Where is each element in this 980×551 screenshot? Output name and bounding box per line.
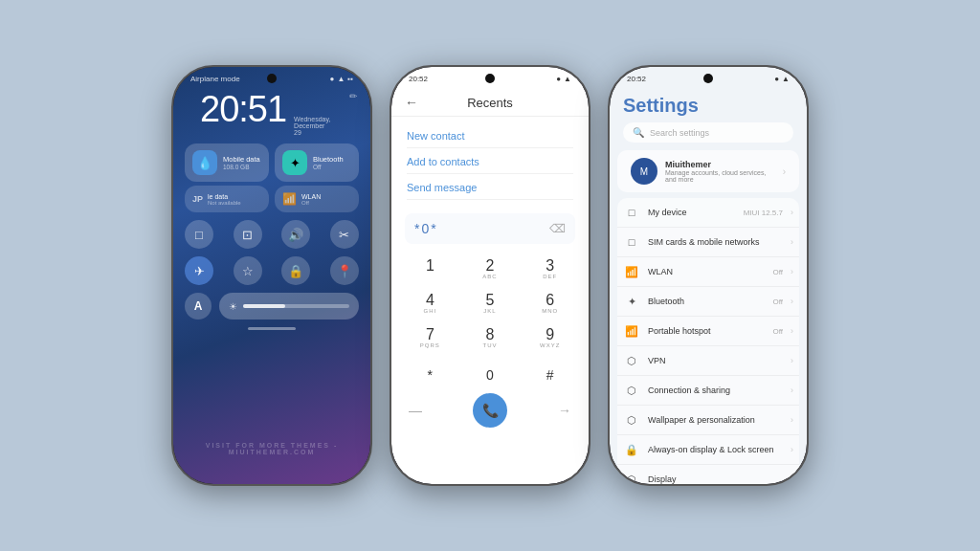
- dial-key-2[interactable]: 2 ABC: [461, 253, 520, 286]
- settings-item-wlan[interactable]: 📶 WLAN Off ›: [617, 257, 799, 287]
- dial-key-1[interactable]: 1: [401, 253, 459, 286]
- bluetooth-settings-icon: ✦: [623, 293, 640, 310]
- cc-btn-sound[interactable]: 🔊: [281, 220, 310, 249]
- settings-title: Settings: [623, 95, 793, 117]
- new-contact-action[interactable]: New contact: [407, 124, 573, 148]
- item-arrow: ›: [791, 415, 793, 425]
- item-arrow: ›: [791, 237, 793, 247]
- settings-item-sim[interactable]: □ SIM cards & mobile networks ›: [617, 228, 799, 257]
- dial-key-star[interactable]: *: [401, 363, 459, 387]
- cc-tile-wlan[interactable]: 📶 WLAN Off: [275, 186, 359, 212]
- recents-header: ← Recents: [391, 85, 589, 117]
- punch-hole-3: [703, 74, 713, 83]
- cc-btn-vibrate[interactable]: □: [185, 220, 213, 249]
- settings-item-display[interactable]: ⬡ Display ›: [617, 465, 799, 484]
- item-arrow: ›: [791, 445, 793, 454]
- dial-key-7[interactable]: 7 PQRS: [401, 322, 459, 355]
- wallpaper-icon: ⬡: [623, 411, 640, 429]
- dial-key-9[interactable]: 9 WXYZ: [521, 322, 579, 355]
- recents-title: Recents: [426, 96, 554, 110]
- brightness-bar: [243, 304, 349, 308]
- call-minus-btn[interactable]: —: [401, 396, 430, 425]
- back-button[interactable]: ←: [405, 95, 418, 110]
- settings-account-item[interactable]: M Miuithemer Manage accounts, cloud serv…: [617, 150, 799, 192]
- cc-quick-buttons-row1: □ ⊡ 🔊 ✂: [173, 216, 370, 253]
- connection-icon: ⬡: [623, 382, 640, 399]
- status-icons-3: ●▲: [774, 75, 790, 83]
- status-time-2: 20:52: [409, 75, 428, 83]
- cc-clock: 20:51: [200, 91, 286, 127]
- dial-key-6[interactable]: 6 MNO: [521, 288, 579, 320]
- status-icons-2: ●▲: [556, 75, 571, 83]
- dial-display: *0* ⌫: [405, 213, 575, 244]
- cc-brightness-slider[interactable]: ☀: [219, 293, 359, 320]
- call-button[interactable]: 📞: [473, 393, 507, 428]
- cc-tile-mobile-data[interactable]: 💧 Mobile data 108.0 GB: [185, 143, 269, 182]
- send-message-action[interactable]: Send message: [407, 176, 573, 200]
- phone-control-center: Airplane mode ● ▲ ▪▪ 20:51 Wednesday, De…: [171, 65, 372, 486]
- settings-item-my-device[interactable]: □ My device MIUI 12.5.7 ›: [617, 198, 799, 228]
- cc-btn-airplane[interactable]: ✈: [185, 256, 213, 285]
- settings-header: Settings 🔍 Search settings: [610, 85, 807, 146]
- item-arrow: ›: [791, 326, 793, 336]
- cc-tile-bluetooth[interactable]: ✦ Bluetooth Off: [275, 143, 359, 182]
- settings-search-bar[interactable]: 🔍 Search settings: [623, 122, 793, 143]
- cc-btn-star[interactable]: ☆: [234, 256, 262, 285]
- dial-key-8[interactable]: 8 TUV: [461, 322, 520, 355]
- settings-item-hotspot[interactable]: 📶 Portable hotspot Off ›: [617, 317, 799, 346]
- item-arrow: ›: [791, 208, 793, 217]
- item-arrow: ›: [791, 356, 793, 365]
- settings-item-wallpaper[interactable]: ⬡ Wallpaper & personalization ›: [617, 406, 799, 435]
- cc-btn-scissors[interactable]: ✂: [330, 220, 359, 249]
- watermark-1: VISIT FOR MORE THEMES - MIUITHEMER.COM: [173, 442, 370, 455]
- cc-a-button[interactable]: A: [185, 293, 212, 320]
- dial-key-3[interactable]: 3 DEF: [521, 253, 579, 286]
- settings-item-lock-screen[interactable]: 🔒 Always-on display & Lock screen ›: [617, 435, 799, 465]
- my-device-icon: □: [623, 204, 640, 221]
- call-arrow-btn[interactable]: →: [550, 396, 579, 425]
- account-name: Miuithemer: [665, 160, 775, 169]
- punch-hole: [267, 74, 277, 83]
- item-arrow: ›: [791, 267, 793, 276]
- cc-tile-info-bt: Bluetooth Off: [313, 155, 351, 170]
- wlan-icon: 📶: [282, 192, 297, 206]
- item-arrow: ›: [791, 474, 793, 484]
- le-data-icon: JP: [192, 194, 203, 204]
- cc-tile-info-mobile: Mobile data 108.0 GB: [223, 155, 261, 170]
- cc-btn-alarm[interactable]: ⊡: [234, 220, 262, 249]
- cc-tiles-row1: 💧 Mobile data 108.0 GB ✦ Bluetooth Off: [173, 138, 370, 186]
- brightness-icon: ☀: [229, 301, 237, 312]
- bluetooth-icon: ✦: [282, 150, 307, 175]
- cc-btn-lock[interactable]: 🔒: [281, 256, 310, 285]
- dial-key-4[interactable]: 4 GHI: [401, 288, 459, 320]
- item-arrow: ›: [791, 386, 793, 395]
- search-icon: 🔍: [633, 127, 644, 138]
- account-arrow-icon: ›: [783, 166, 786, 177]
- cc-btn-location[interactable]: 📍: [330, 256, 359, 285]
- settings-item-connection[interactable]: ⬡ Connection & sharing ›: [617, 376, 799, 406]
- add-to-contacts-action[interactable]: Add to contacts: [407, 150, 573, 174]
- dial-key-0[interactable]: 0: [461, 363, 520, 387]
- cc-header: 20:51 Wednesday, December 29 ✏: [173, 85, 370, 138]
- status-time-3: 20:52: [627, 75, 646, 83]
- mobile-data-icon: 💧: [192, 150, 217, 175]
- settings-item-bluetooth[interactable]: ✦ Bluetooth Off ›: [617, 287, 799, 317]
- phone-recents: 20:52 ●▲ ← Recents New contact Add to co…: [390, 65, 590, 486]
- wlan-info: WLAN Off: [301, 193, 321, 206]
- delete-icon[interactable]: ⌫: [549, 222, 566, 235]
- cc-time-block: 20:51 Wednesday, December 29: [187, 91, 349, 136]
- dial-key-hash[interactable]: #: [521, 363, 579, 387]
- phone-settings: 20:52 ●▲ Settings 🔍 Search settings M Mi…: [608, 65, 809, 486]
- settings-item-vpn[interactable]: ⬡ VPN ›: [617, 346, 799, 376]
- cc-tiles-row2: JP le data Not available 📶 WLAN Off: [173, 186, 370, 216]
- dialpad-bottom: * 0 #: [391, 359, 589, 387]
- call-bar: — 📞 →: [391, 387, 589, 433]
- dial-key-5[interactable]: 5 JKL: [461, 288, 520, 320]
- recents-actions: New contact Add to contacts Send message: [391, 117, 589, 208]
- dialpad: 1 2 ABC 3 DEF 4 GHI 5 JKL 6 MNO: [391, 250, 589, 359]
- cc-edit-icon[interactable]: ✏: [349, 91, 357, 101]
- account-info: Miuithemer Manage accounts, cloud servic…: [665, 160, 775, 183]
- status-icons-1: ● ▲ ▪▪: [330, 75, 353, 83]
- cc-tile-le-data[interactable]: JP le data Not available: [185, 186, 269, 212]
- cc-bottom-bar: A ☀: [173, 289, 370, 323]
